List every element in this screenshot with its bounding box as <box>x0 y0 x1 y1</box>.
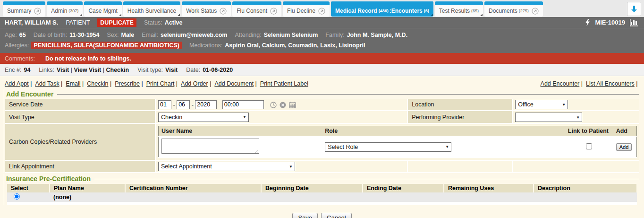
patient-type: PATIENT <box>66 19 90 26</box>
service-date-day-input[interactable] <box>177 100 190 109</box>
tab-flu-decline[interactable]: Flu Decline <box>283 1 330 17</box>
tab-documents[interactable]: Documents (275) <box>484 1 543 17</box>
calendar-icon[interactable] <box>289 102 296 108</box>
list-all-encounters-link[interactable]: List All Encounters <box>586 80 639 87</box>
insurance-precert-section: Insurance Pre-Certification Select Plan … <box>4 174 640 205</box>
save-button[interactable]: Save <box>292 213 318 218</box>
tab-flu-consent[interactable]: Flu Consent <box>232 1 281 17</box>
link-checkin[interactable]: Checkin <box>106 67 129 73</box>
link-appointment-label: Link Appointment <box>5 160 155 173</box>
lightning-icon[interactable] <box>585 19 590 26</box>
popup-icon[interactable] <box>34 8 41 15</box>
col-plan-name: Plan Name <box>50 184 125 192</box>
carbon-copies-label: Carbon Copies/Related Providers <box>5 123 155 160</box>
precert-none-radio[interactable] <box>14 193 20 200</box>
service-date-month-input[interactable] <box>158 100 171 109</box>
section-title: Insurance Pre-Certification <box>6 175 91 183</box>
demographics-line-1: Age:65 Date of birth:11-30-1954 Sex:Male… <box>5 30 639 40</box>
print-chart-link[interactable]: Print Chart <box>146 80 179 87</box>
print-patient-label-link[interactable]: Print Patient Label <box>260 80 308 87</box>
service-date-label: Service Date <box>5 99 155 111</box>
popup-icon[interactable] <box>532 8 539 15</box>
tab-label: Test Results <box>439 8 470 14</box>
add-encounter-link[interactable]: Add Encounter <box>541 80 585 87</box>
clear-date-icon[interactable] <box>280 102 286 108</box>
comments-bar: Comments: Do not release info to sibling… <box>0 53 644 64</box>
medications-label: Medications: <box>189 42 222 49</box>
service-time-input[interactable] <box>222 100 264 109</box>
visit-type-label: Visit Type <box>5 111 155 123</box>
user-name-input[interactable] <box>161 139 259 154</box>
section-title: Add Encounter <box>6 90 53 98</box>
medications-value[interactable]: Aspirin Oral, Calcium, Coumadin, Lasix, … <box>225 42 365 49</box>
location-select[interactable]: Office ▼ <box>515 100 568 109</box>
caret-down-icon: ▼ <box>562 103 566 107</box>
cc-add-button[interactable]: Add <box>616 143 632 151</box>
cc-input-row: Select Role ▼ Add <box>159 136 637 157</box>
role-select[interactable]: Select Role ▼ <box>325 142 451 152</box>
tab-bar: Summary Admin (307) Case Mgmt Health Sur… <box>0 0 644 17</box>
tab-label: Flu Decline <box>287 8 315 14</box>
caret-down-icon: ▼ <box>289 165 293 169</box>
add-task-link[interactable]: Add Task <box>35 80 64 87</box>
popup-icon[interactable] <box>270 8 277 15</box>
expand-tabs-button[interactable] <box>627 2 641 16</box>
insurance-spacer-row <box>7 202 637 205</box>
email-link[interactable]: Email <box>66 80 85 87</box>
link-visit[interactable]: Visit <box>57 67 74 73</box>
link-appointment-select[interactable]: Select Appointment ▼ <box>158 162 295 171</box>
patient-name-row: HART, WILLIAM S. PATIENT DUPLICATE Statu… <box>0 17 644 28</box>
service-date-year-input[interactable] <box>195 100 217 109</box>
link-to-patient-checkbox[interactable] <box>586 143 592 149</box>
cancel-button[interactable]: Cancel <box>321 213 351 218</box>
popup-icon[interactable] <box>220 8 227 15</box>
comments-text: Do not release info to siblings. <box>45 55 131 62</box>
cc-col-role: Role <box>322 126 565 137</box>
age-label: Age: <box>5 32 17 38</box>
service-date-row: Service Date - - Location Office ▼ <box>5 99 639 111</box>
add-appt-link[interactable]: Add Appt <box>5 80 34 87</box>
popup-icon[interactable] <box>318 8 325 15</box>
cc-col-link-to-patient: Link to Patient <box>565 126 613 137</box>
visit-type-row: Visit Type Checkin ▼ Performing Provider… <box>5 111 639 123</box>
sex-value: Male <box>121 32 134 38</box>
email-label: Email: <box>142 32 158 38</box>
performing-provider-cell: ▼ <box>512 111 639 123</box>
visit-type-select[interactable]: Checkin ▼ <box>158 113 249 122</box>
location-label: Location <box>407 99 512 111</box>
visit-type-cell: Checkin ▼ <box>155 111 407 123</box>
date-separator: - <box>173 101 175 108</box>
patient-header: HART, WILLIAM S. PATIENT DUPLICATE Statu… <box>0 17 644 53</box>
tab-summary[interactable]: Summary <box>3 1 45 17</box>
checkin-link[interactable]: Checkin <box>87 80 113 87</box>
col-beginning-date: Beginning Date <box>261 184 363 192</box>
tab-health-surveillance[interactable]: Health Surveillance <box>123 1 180 17</box>
allergies-value[interactable]: PENICILLINS, SULFA(SULFONAMIDE ANTIBIOTI… <box>31 42 182 49</box>
col-ending-date: Ending Date <box>363 184 444 192</box>
tab-medical-record-encounters[interactable]: Medical Record (486) :Encounters (6) <box>331 1 433 17</box>
caret-down-icon: ▼ <box>576 115 580 120</box>
encounter-links: Visit View Visit Checkin <box>57 67 129 73</box>
tab-case-mgmt[interactable]: Case Mgmt <box>84 1 121 17</box>
email-value[interactable]: selenium@mieweb.com <box>161 32 227 38</box>
add-order-link[interactable]: Add Order <box>181 80 213 87</box>
patient-header-right: MIE-10019 <box>585 19 639 26</box>
clock-icon[interactable] <box>270 102 277 108</box>
chart-stats-icon[interactable] <box>630 19 639 26</box>
add-document-link[interactable]: Add Document <box>214 80 258 87</box>
tab-label: Health Surveillance <box>127 8 176 14</box>
tab-label: Documents <box>489 8 517 14</box>
tab-test-results[interactable]: Test Results (65) <box>435 1 483 17</box>
enc-date-value: 01-06-2020 <box>203 67 233 73</box>
sex-label: Sex: <box>107 32 119 38</box>
link-view-visit[interactable]: View Visit <box>74 67 106 73</box>
dob-value: 11-30-1954 <box>69 32 99 38</box>
tab-work-status[interactable]: Work Status <box>182 1 231 17</box>
family-label: Family: <box>325 32 344 38</box>
carbon-copies-cell: User Name Role Link to Patient Add Selec… <box>155 123 639 160</box>
prescribe-link[interactable]: Prescribe <box>115 80 144 87</box>
tab-admin[interactable]: Admin (307) <box>47 1 83 17</box>
visit-type-value: Visit <box>165 67 178 73</box>
location-cell: Office ▼ <box>512 99 639 111</box>
performing-provider-select[interactable]: ▼ <box>515 113 582 122</box>
